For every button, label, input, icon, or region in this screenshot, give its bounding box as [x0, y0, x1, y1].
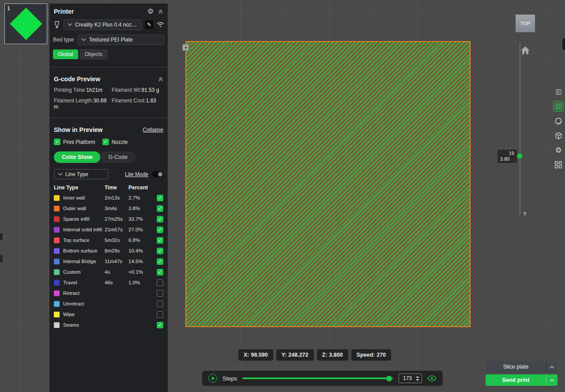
steps-label: Steps: [222, 375, 237, 382]
step-down-icon[interactable]: [416, 379, 419, 381]
send-print-button[interactable]: Send print: [486, 374, 557, 386]
line-type-row: Outer wall 3m4s 3.8%: [49, 203, 168, 214]
visibility-eye-icon[interactable]: [427, 375, 437, 381]
widgets-icon[interactable]: [553, 159, 564, 170]
print-queue-icon[interactable]: [553, 87, 564, 97]
bed-type-dropdown[interactable]: Textured PEI Plate: [77, 34, 164, 45]
line-type-color-swatch: [54, 248, 60, 254]
plate-model-icon[interactable]: [553, 130, 564, 141]
chevron-down-icon: [58, 173, 63, 176]
line-type-color-swatch: [54, 290, 60, 296]
steps-playback-bar: Steps 173: [202, 371, 443, 386]
layer-slider-handle[interactable]: [517, 153, 523, 159]
line-type-color-swatch: [54, 227, 60, 233]
line-type-row: Wipe: [49, 309, 168, 320]
tab-objects[interactable]: Objects: [80, 49, 108, 59]
line-type-dropdown[interactable]: Line Type: [54, 169, 109, 179]
filament-length-stat: Filament Length:30.69 m: [54, 98, 112, 110]
lite-mode-label: Lite Mode: [125, 171, 148, 177]
right-panel-collapse-handle[interactable]: [562, 38, 565, 50]
send-print-label: Send print: [486, 374, 546, 386]
steps-slider-handle[interactable]: [386, 376, 392, 381]
gcode-tab[interactable]: G-Code: [100, 151, 136, 163]
line-type-checkbox[interactable]: [157, 195, 163, 201]
line-type-checkbox[interactable]: [157, 290, 163, 297]
collapse-link[interactable]: Collapse: [143, 127, 163, 133]
pencil-icon: ✎: [147, 22, 151, 28]
line-type-color-swatch: [54, 195, 60, 201]
printer-title: Printer: [54, 8, 74, 15]
left-edge-handle[interactable]: [0, 255, 3, 262]
printer-row: Creality K2 Plus 0.4 nozzle ✎: [49, 18, 168, 30]
nozzle-checkbox[interactable]: [102, 139, 109, 145]
orbit-view-icon[interactable]: [553, 116, 564, 126]
line-type-row: Sparse infill 27m25s 33.7%: [49, 214, 168, 224]
left-panel: Printer ⚙ Creality K2 Plus 0.4 nozzle ✎ …: [49, 4, 168, 392]
line-type-checkbox[interactable]: [157, 205, 163, 212]
nozzle-toggle[interactable]: Nozzle: [102, 139, 128, 145]
print-platform-toggle[interactable]: Print Platform: [54, 139, 95, 145]
object-corner-handle[interactable]: [182, 44, 189, 51]
send-options-chevron[interactable]: [546, 374, 557, 386]
slicer-app: { "thumbnail": { "index": "1" }, "printe…: [0, 0, 565, 392]
nozzle-label: Nozzle: [112, 139, 128, 145]
line-type-checkbox[interactable]: [157, 301, 163, 307]
line-type-checkbox[interactable]: [157, 279, 163, 286]
collapse-section-icon[interactable]: [158, 76, 163, 82]
line-type-checkbox[interactable]: [157, 311, 163, 318]
lite-mode-toggle[interactable]: [152, 171, 163, 177]
line-type-checkbox[interactable]: [157, 226, 163, 233]
line-type-color-swatch: [54, 269, 60, 275]
preview-layers-icon[interactable]: [553, 101, 564, 112]
bed-type-row: Bed type Textured PEI Plate: [49, 30, 168, 45]
left-edge-handle[interactable]: [0, 233, 3, 240]
steps-value: 173: [403, 375, 413, 381]
wifi-icon[interactable]: [157, 22, 164, 28]
line-type-checkbox[interactable]: [157, 237, 163, 244]
line-type-color-swatch: [54, 280, 60, 286]
step-up-icon[interactable]: [416, 376, 419, 378]
line-type-checkbox[interactable]: [157, 248, 163, 254]
layer-slider-track[interactable]: [520, 42, 520, 215]
line-type-row: Retract: [49, 288, 168, 298]
line-type-table-header: Line Type Time Percent: [49, 182, 168, 192]
help-button[interactable]: ?: [523, 211, 526, 218]
gcode-preview-title: G-code Preview: [54, 75, 100, 83]
printer-settings-gear-icon[interactable]: ⚙: [147, 8, 154, 15]
line-type-checkbox[interactable]: [157, 258, 163, 265]
edit-printer-button[interactable]: ✎: [144, 20, 154, 30]
machine-settings-icon[interactable]: ⚙: [553, 145, 564, 155]
line-type-checkbox[interactable]: [157, 269, 163, 275]
print-object-preview[interactable]: [185, 41, 471, 327]
printer-section-header: Printer ⚙: [49, 4, 168, 18]
line-type-checkbox[interactable]: [157, 322, 163, 328]
view-cube[interactable]: TOP: [516, 15, 535, 32]
line-type-dropdown-value: Line Type: [65, 171, 88, 177]
tab-global[interactable]: Global: [53, 49, 78, 59]
plate-thumbnail[interactable]: 1: [4, 4, 47, 44]
layer-slider-label: 19 3.80: [497, 150, 517, 163]
play-button[interactable]: [208, 374, 217, 383]
steps-slider[interactable]: [242, 377, 393, 379]
handle-dot: [185, 47, 187, 49]
collapse-section-icon[interactable]: [158, 9, 163, 14]
status-y: Y:248.272: [276, 349, 314, 361]
slice-plate-button[interactable]: Slice plate: [486, 361, 557, 373]
view-cube-label: TOP: [520, 21, 530, 26]
home-view-icon[interactable]: [520, 46, 530, 56]
status-x: X:98.590: [238, 349, 273, 361]
chevron-down-icon: [81, 38, 86, 41]
line-type-color-swatch: [54, 206, 60, 211]
scope-tabs: Global Objects: [49, 45, 168, 64]
print-platform-checkbox[interactable]: [54, 139, 60, 145]
gcode-status-bar: X:98.590 Y:248.272 Z:3.800 Speed:270: [238, 349, 391, 361]
steps-value-input[interactable]: 173: [399, 373, 422, 383]
line-type-row: Seams: [49, 320, 168, 330]
slice-options-chevron[interactable]: [546, 361, 557, 373]
line-type-checkbox[interactable]: [157, 216, 163, 222]
steps-slider-fill: [242, 377, 388, 379]
steps-stepper[interactable]: [416, 376, 419, 381]
color-show-tab[interactable]: Color Show: [54, 151, 100, 163]
printer-select-dropdown[interactable]: Creality K2 Plus 0.4 nozzle: [64, 19, 142, 30]
gcode-stats: Printing Time:1h21m Filament Wt:91.53 g …: [49, 85, 168, 114]
